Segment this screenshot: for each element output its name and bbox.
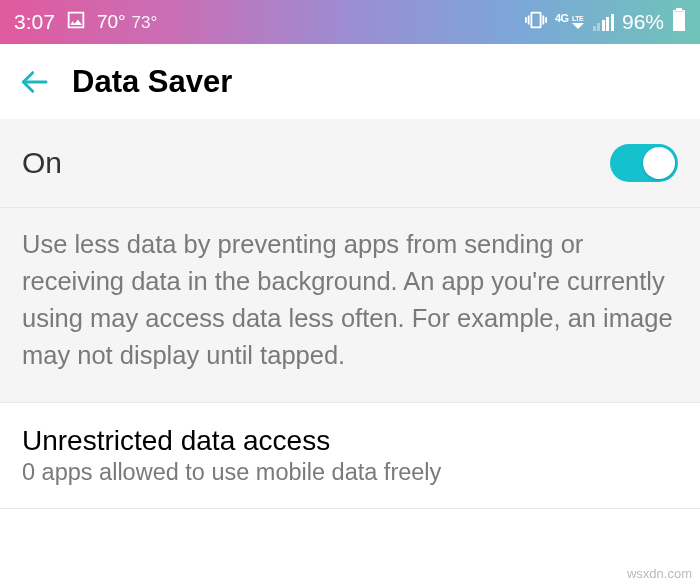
data-saver-toggle-row[interactable]: On <box>0 119 700 208</box>
svg-rect-4 <box>674 11 684 12</box>
signal-strength-icon <box>593 13 614 31</box>
unrestricted-data-access-row[interactable]: Unrestricted data access 0 apps allowed … <box>0 403 700 509</box>
status-time: 3:07 <box>14 10 55 34</box>
picture-icon <box>65 9 87 36</box>
description-text: Use less data by preventing apps from se… <box>22 226 678 374</box>
status-left-group: 3:07 70° 73° <box>14 9 157 36</box>
network-type-icon: 4GLTE <box>555 12 585 33</box>
temp-primary: 70° <box>97 11 126 33</box>
unrestricted-title: Unrestricted data access <box>22 425 678 457</box>
data-saver-toggle-switch[interactable] <box>610 144 678 182</box>
unrestricted-subtitle: 0 apps allowed to use mobile data freely <box>22 459 678 486</box>
app-header: Data Saver <box>0 44 700 119</box>
status-right-group: 4GLTE 96% <box>525 8 686 37</box>
toggle-state-label: On <box>22 146 62 180</box>
svg-rect-2 <box>676 8 682 10</box>
vibrate-icon <box>525 9 547 36</box>
svg-text:4G: 4G <box>555 12 569 24</box>
description-section: Use less data by preventing apps from se… <box>0 208 700 403</box>
toggle-knob <box>643 147 675 179</box>
status-bar: 3:07 70° 73° 4GLTE 96% <box>0 0 700 44</box>
page-title: Data Saver <box>72 64 232 100</box>
svg-text:LTE: LTE <box>572 15 584 22</box>
back-arrow-icon[interactable] <box>18 66 50 98</box>
watermark-text: wsxdn.com <box>627 566 692 581</box>
battery-icon <box>672 8 686 37</box>
status-temperature: 70° 73° <box>97 11 157 33</box>
battery-percent: 96% <box>622 10 664 34</box>
svg-rect-3 <box>673 10 685 31</box>
temp-secondary: 73° <box>132 13 158 33</box>
